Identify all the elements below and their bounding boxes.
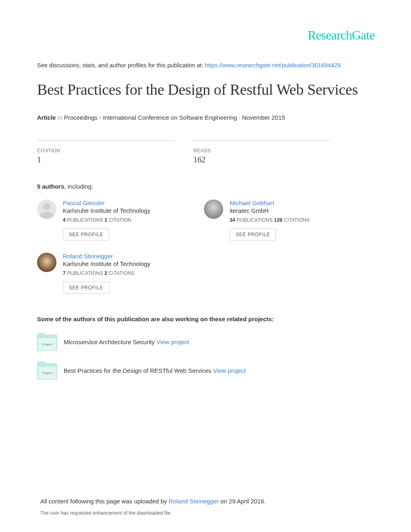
project-folder-icon[interactable]: Project (37, 362, 57, 380)
footer: All content following this page was uplo… (40, 498, 375, 516)
author-affiliation: Karlsruhe Institute of Technology (63, 260, 192, 267)
upload-prefix: All content following this page was uplo… (40, 498, 169, 505)
project-row: Project Best Practices for the Design of… (37, 362, 375, 380)
author-card: Michael Gebhart iteratec GmbH 34 PUBLICA… (204, 200, 359, 241)
citation-stat: CITATION 1 (37, 140, 174, 164)
view-project-link[interactable]: View project (156, 339, 189, 345)
user-icon (37, 200, 56, 219)
author-name-link[interactable]: Roland Steinegger (63, 253, 113, 260)
author-affiliation: iteratec GmbH (230, 207, 359, 214)
upload-suffix: on 29 April 2016. (219, 498, 266, 505)
see-profile-button[interactable]: SEE PROFILE (63, 229, 109, 241)
project-title: Best Practices for the Design of RESTful… (64, 367, 213, 374)
author-card: Pascal Giessler Karlsruhe Institute of T… (37, 200, 192, 241)
cites-count: 126 (274, 217, 282, 223)
uploader-link[interactable]: Roland Steinegger (169, 498, 219, 505)
reads-stat: READS 162 (193, 140, 330, 164)
svg-point-0 (43, 203, 50, 210)
project-text: Microservice Architecture Security View … (64, 339, 189, 345)
discover-prefix: See discussions, stats, and author profi… (37, 62, 205, 69)
see-profile-button[interactable]: SEE PROFILE (230, 229, 276, 241)
pubs-label: PUBLICATIONS (235, 217, 274, 223)
author-name-link[interactable]: Michael Gebhart (230, 200, 274, 206)
reads-label: READS (193, 148, 330, 154)
avatar[interactable] (37, 200, 56, 219)
cites-label: CITATIONS (107, 270, 135, 276)
project-text: Best Practices for the Design of RESTful… (64, 367, 246, 374)
author-stats: 34 PUBLICATIONS 126 CITATIONS (230, 217, 359, 223)
author-stats: 7 PUBLICATIONS 2 CITATIONS (63, 270, 192, 276)
article-label: Article (37, 114, 56, 121)
avatar[interactable] (204, 200, 223, 219)
cites-label: CITATIONS (282, 217, 310, 223)
publication-title: Best Practices for the Design of Restful… (37, 80, 375, 100)
reads-value: 162 (193, 155, 330, 164)
in-label: in (56, 114, 64, 121)
cites-label: CITATION (107, 217, 131, 223)
enhancement-notice: The user has requested enhancement of th… (40, 510, 375, 516)
authors-grid: Pascal Giessler Karlsruhe Institute of T… (37, 200, 375, 294)
author-card: Roland Steinegger Karlsruhe Institute of… (37, 253, 192, 294)
researchgate-logo: ResearchGate (37, 0, 375, 62)
project-icon-label: Project (38, 367, 56, 379)
view-project-link[interactable]: View project (213, 367, 246, 374)
citation-value: 1 (37, 155, 174, 164)
author-stats: 4 PUBLICATIONS 1 CITATION (63, 217, 192, 223)
projects-intro: Some of the authors of this publication … (37, 316, 375, 322)
authors-intro-rest: , including: (64, 183, 93, 190)
pubs-label: PUBLICATIONS (66, 217, 105, 223)
author-affiliation: Karlsruhe Institute of Technology (63, 207, 192, 214)
author-name-link[interactable]: Pascal Giessler (63, 200, 105, 206)
stats-row: CITATION 1 READS 162 (37, 140, 375, 164)
upload-line: All content following this page was uplo… (40, 498, 375, 505)
authors-count: 5 authors (37, 183, 64, 190)
pubs-count: 7 (63, 270, 66, 276)
discover-line: See discussions, stats, and author profi… (37, 62, 375, 69)
see-profile-button[interactable]: SEE PROFILE (63, 282, 109, 294)
project-row: Project Microservice Architecture Securi… (37, 333, 375, 351)
publication-link[interactable]: https://www.researchgate.net/publication… (205, 62, 341, 69)
venue-text: Proceedings - International Conference o… (64, 114, 285, 121)
publication-meta: Article in Proceedings - International C… (37, 114, 375, 121)
project-icon-label: Project (38, 338, 56, 350)
project-title: Microservice Architecture Security (64, 339, 156, 345)
pubs-count: 4 (63, 217, 66, 223)
authors-intro: 5 authors, including: (37, 183, 375, 190)
avatar[interactable] (37, 253, 56, 272)
pubs-label: PUBLICATIONS (66, 270, 105, 276)
pubs-count: 34 (230, 217, 235, 223)
citation-label: CITATION (37, 148, 174, 154)
project-folder-icon[interactable]: Project (37, 333, 57, 351)
